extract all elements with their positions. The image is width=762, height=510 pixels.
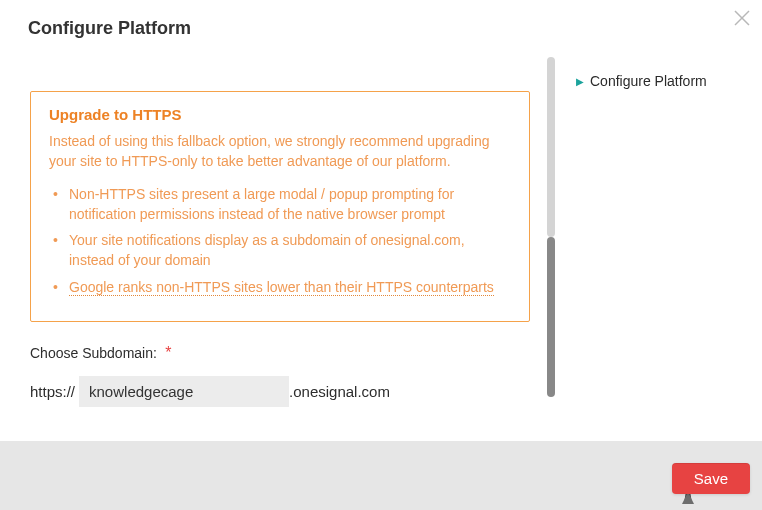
callout-bullet: Google ranks non-HTTPS sites lower than … bbox=[69, 277, 511, 297]
callout-intro: Instead of using this fallback option, w… bbox=[49, 131, 511, 172]
required-mark: * bbox=[165, 344, 171, 361]
scroll-area: Upgrade to HTTPS Instead of using this f… bbox=[0, 57, 542, 441]
subdomain-prefix: https:// bbox=[30, 383, 75, 400]
scrollbar-thumb[interactable] bbox=[547, 237, 555, 397]
scrollbar[interactable] bbox=[546, 57, 556, 441]
subdomain-suffix: .onesignal.com bbox=[289, 383, 390, 400]
scrollbar-track-indicator bbox=[547, 57, 555, 237]
modal-footer: Save bbox=[0, 446, 762, 510]
nav-item-configure-platform[interactable]: ▶ Configure Platform bbox=[576, 67, 748, 95]
close-icon bbox=[732, 8, 752, 28]
callout-bullet: Non-HTTPS sites present a large modal / … bbox=[69, 184, 511, 225]
triangle-right-icon: ▶ bbox=[576, 76, 584, 87]
page-title: Configure Platform bbox=[28, 18, 734, 39]
side-nav: ▶ Configure Platform bbox=[562, 57, 762, 441]
close-button[interactable] bbox=[730, 6, 754, 30]
modal: Configure Platform Upgrade to HTTPS Inst… bbox=[0, 0, 762, 510]
nav-item-label: Configure Platform bbox=[590, 73, 707, 89]
callout-bullet: Your site notifications display as a sub… bbox=[69, 230, 511, 271]
callout-heading: Upgrade to HTTPS bbox=[49, 106, 511, 123]
subdomain-input-row: https:// .onesignal.com bbox=[30, 376, 530, 407]
subdomain-section: Choose Subdomain: * https:// .onesignal.… bbox=[30, 344, 530, 407]
modal-body: Upgrade to HTTPS Instead of using this f… bbox=[0, 57, 762, 441]
main-panel: Upgrade to HTTPS Instead of using this f… bbox=[0, 57, 562, 441]
subdomain-input[interactable] bbox=[79, 376, 289, 407]
callout-link[interactable]: Google ranks non-HTTPS sites lower than … bbox=[69, 279, 494, 296]
save-button[interactable]: Save bbox=[672, 463, 750, 494]
callout-list: Non-HTTPS sites present a large modal / … bbox=[49, 184, 511, 297]
subdomain-label-row: Choose Subdomain: * bbox=[30, 344, 530, 362]
modal-header: Configure Platform bbox=[0, 0, 762, 57]
https-upgrade-callout: Upgrade to HTTPS Instead of using this f… bbox=[30, 91, 530, 322]
subdomain-label: Choose Subdomain: bbox=[30, 345, 157, 361]
